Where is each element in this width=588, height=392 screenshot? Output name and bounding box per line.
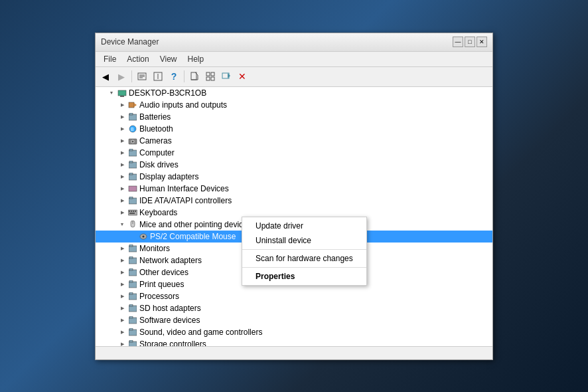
grid-button[interactable] [203,69,218,84]
tree-item-root[interactable]: ▼DESKTOP-B3CR1OB [96,87,492,99]
toolbar: ◀ ▶ ? ✕ [96,67,492,87]
menu-view[interactable]: View [155,53,183,65]
expand-icon-root: ▼ [106,88,117,98]
svg-rect-17 [129,114,137,120]
svg-rect-25 [129,149,133,151]
svg-rect-10 [211,77,214,80]
svg-rect-9 [206,77,210,80]
svg-rect-48 [129,268,133,270]
tree-item-sound[interactable]: ▶Sound, video and game controllers [96,326,492,338]
svg-rect-36 [133,211,134,212]
item-icon-storage [127,339,138,346]
tree-item-cameras[interactable]: ▶Cameras [96,135,492,147]
expand-icon-disk: ▶ [117,159,127,170]
item-icon-root [117,88,127,98]
item-icon-processors [127,291,138,302]
svg-rect-53 [129,306,137,312]
tree-item-storage[interactable]: ▶Storage controllers [96,338,492,346]
tree-item-hid[interactable]: ▶Human Interface Devices [96,183,492,195]
expand-icon-storage: ▶ [117,339,127,346]
menu-action[interactable]: Action [121,53,154,65]
item-icon-display [127,171,138,182]
item-icon-batteries [127,112,138,122]
title-bar: Device Manager — □ ✕ [96,33,492,52]
item-icon-disk [127,159,138,170]
item-icon-hid [127,183,138,194]
menu-help[interactable]: Help [183,53,210,65]
item-label-ide: IDE ATA/ATAPI controllers [139,196,232,205]
svg-rect-49 [129,282,137,288]
item-label-batteries: Batteries [139,112,171,122]
minimize-button[interactable]: — [453,37,463,47]
new-button[interactable] [187,69,202,84]
tree-item-software[interactable]: ▶Software devices [96,314,492,326]
tree-item-sd[interactable]: ▶SD host adapters [96,302,492,314]
svg-point-23 [132,140,134,142]
ctx-scan-hardware[interactable]: Scan for hardware changes [242,251,366,266]
delete-button[interactable]: ✕ [235,69,250,84]
ctx-properties[interactable]: Properties [242,269,366,284]
tree-content: ▼DESKTOP-B3CR1OB▶Audio inputs and output… [96,87,492,346]
svg-rect-45 [129,258,137,264]
expand-icon-keyboards: ▶ [117,207,127,218]
svg-rect-8 [211,72,214,76]
item-icon-keyboards [127,207,138,218]
menu-bar: File Action View Help [96,52,492,67]
toggle-button[interactable] [151,69,165,84]
item-label-storage: Storage controllers [139,340,206,346]
svg-rect-35 [131,211,132,212]
maximize-button[interactable]: □ [465,37,475,47]
tree-item-disk[interactable]: ▶Disk drives [96,159,492,171]
back-button[interactable]: ◀ [98,69,113,84]
ctx-uninstall-device[interactable]: Uninstall device [242,233,366,248]
title-bar-controls: — □ ✕ [453,37,487,47]
expand-icon-software: ▶ [117,315,127,326]
tree-item-display[interactable]: ▶Display adapters [96,171,492,183]
item-icon-ide [127,195,138,206]
item-label-computer: Computer [139,148,175,157]
svg-rect-46 [129,256,133,258]
expand-icon-hid: ▶ [117,183,127,194]
expand-icon-sound: ▶ [117,327,127,338]
svg-rect-47 [129,270,137,276]
item-icon-ps2 [138,231,149,242]
ctx-sep-2 [242,267,366,268]
svg-rect-54 [129,304,133,306]
item-label-other: Other devices [139,268,188,277]
tree-item-ide[interactable]: ▶IDE ATA/ATAPI controllers [96,195,492,207]
forward-button[interactable]: ▶ [114,69,129,84]
item-label-mice: Mice and other pointing devices [139,220,252,229]
svg-rect-13 [118,90,126,96]
properties-button[interactable] [135,69,149,84]
tree-item-bluetooth[interactable]: ▶BBluetooth [96,123,492,135]
tree-item-audio[interactable]: ▶Audio inputs and outputs [96,99,492,111]
svg-rect-28 [129,174,137,180]
svg-rect-31 [129,198,137,204]
svg-rect-50 [129,280,133,282]
expand-icon-bluetooth: ▶ [117,124,127,134]
item-label-bluetooth: Bluetooth [139,124,173,134]
svg-rect-43 [129,246,137,252]
menu-file[interactable]: File [98,53,121,65]
expand-icon-ps2 [127,231,138,242]
item-label-hid: Human Interface Devices [139,184,229,193]
expand-icon-processors: ▶ [117,291,127,302]
svg-point-42 [143,235,145,237]
svg-rect-56 [129,316,133,318]
item-label-monitors: Monitors [139,244,170,253]
tree-item-processors[interactable]: ▶Processors [96,290,492,302]
window-title: Device Manager [101,37,159,47]
item-icon-cameras [127,136,138,146]
svg-rect-52 [129,292,133,294]
add-button[interactable] [219,69,234,84]
svg-rect-60 [129,340,133,342]
tree-item-computer[interactable]: ▶Computer [96,147,492,159]
help-button[interactable]: ? [167,69,181,84]
tree-item-batteries[interactable]: ▶Batteries [96,111,492,123]
svg-rect-26 [129,162,137,168]
close-button[interactable]: ✕ [477,37,487,47]
svg-text:B: B [131,127,134,132]
item-icon-software [127,315,138,326]
ctx-update-driver[interactable]: Update driver [242,219,366,233]
expand-icon-batteries: ▶ [117,112,127,122]
